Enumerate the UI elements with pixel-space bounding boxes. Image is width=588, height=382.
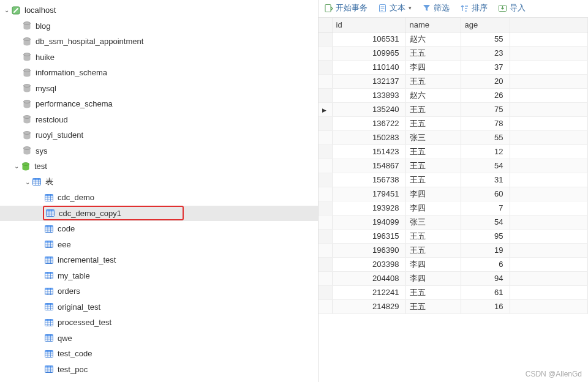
cell-name[interactable]: 王五 (405, 243, 461, 257)
tree-table[interactable]: cdc_demo_copy1 (0, 206, 318, 222)
table-row[interactable]: 106531 赵六 55 (318, 32, 588, 46)
table-row[interactable]: 196315 王五 95 (318, 229, 588, 243)
cell-name[interactable]: 王五 (405, 299, 461, 313)
cell-name[interactable]: 张三 (405, 215, 461, 229)
cell-id[interactable]: 150283 (332, 130, 405, 144)
cell-age[interactable]: 31 (461, 173, 510, 187)
table-row[interactable]: 132137 王五 20 (318, 74, 588, 88)
tree-database[interactable]: mysql (0, 81, 318, 97)
cell-id[interactable]: 179451 (332, 187, 405, 201)
cell-id[interactable]: 135240 (332, 102, 405, 116)
cell-name[interactable]: 王五 (405, 229, 461, 243)
cell-age[interactable]: 16 (461, 299, 510, 313)
cell-id[interactable]: 106531 (332, 32, 405, 46)
cell-age[interactable]: 37 (461, 60, 510, 74)
cell-id[interactable]: 196390 (332, 243, 405, 257)
table-row[interactable]: 136722 王五 78 (318, 116, 588, 130)
cell-id[interactable]: 133893 (332, 88, 405, 102)
tree-database[interactable]: restcloud (0, 112, 318, 128)
tree-table[interactable]: code (0, 221, 318, 237)
sort-button[interactable]: 排序 (459, 2, 488, 13)
cell-name[interactable]: 王五 (405, 285, 461, 299)
table-row[interactable]: 194099 张三 54 (318, 215, 588, 229)
cell-age[interactable]: 20 (461, 74, 510, 88)
table-row[interactable]: 110140 李四 37 (318, 60, 588, 74)
cell-name[interactable]: 赵六 (405, 32, 461, 46)
cell-id[interactable]: 151423 (332, 144, 405, 159)
tree-table[interactable]: my_table (0, 268, 318, 284)
cell-name[interactable]: 王五 (405, 74, 461, 88)
tree-database[interactable]: sys (0, 143, 318, 159)
tree-table[interactable]: test_poc (0, 362, 318, 378)
cell-id[interactable]: 132137 (332, 74, 405, 88)
tree-table[interactable]: qwe (0, 331, 318, 346)
cell-id[interactable]: 136722 (332, 116, 405, 130)
tree-table[interactable]: eee (0, 237, 318, 253)
tree-table[interactable]: original_test (0, 299, 318, 315)
filter-button[interactable]: 筛选 (421, 2, 450, 13)
import-button[interactable]: 导入 (497, 2, 526, 13)
cell-id[interactable]: 196315 (332, 229, 405, 243)
cell-age[interactable]: 94 (461, 271, 510, 285)
cell-id[interactable]: 156738 (332, 173, 405, 187)
cell-id[interactable]: 214829 (332, 299, 405, 313)
table-row[interactable]: 154867 王五 54 (318, 159, 588, 173)
tree-tables-node[interactable]: ⌄ 表 (0, 174, 318, 190)
cell-name[interactable]: 王五 (405, 102, 461, 116)
cell-id[interactable]: 212241 (332, 285, 405, 299)
column-header-id[interactable]: id (332, 18, 405, 32)
table-row[interactable]: 203398 李四 6 (318, 257, 588, 271)
cell-id[interactable]: 204408 (332, 271, 405, 285)
cell-name[interactable]: 李四 (405, 201, 461, 215)
text-view-button[interactable]: 文本 ▾ (377, 2, 412, 13)
tree-database-test[interactable]: ⌄ test (0, 159, 318, 174)
table-row[interactable]: 133893 赵六 26 (318, 88, 588, 102)
cell-id[interactable]: 203398 (332, 257, 405, 271)
tree-table[interactable]: processed_test (0, 315, 318, 331)
cell-age[interactable]: 54 (461, 215, 510, 229)
cell-age[interactable]: 61 (461, 285, 510, 299)
cell-age[interactable]: 75 (461, 102, 510, 116)
table-row[interactable]: 109965 王五 23 (318, 46, 588, 60)
cell-age[interactable]: 54 (461, 159, 510, 173)
tree-table[interactable]: orders (0, 283, 318, 299)
column-header-age[interactable]: age (461, 18, 510, 32)
table-row[interactable]: 214829 王五 16 (318, 299, 588, 313)
cell-id[interactable]: 109965 (332, 46, 405, 60)
cell-name[interactable]: 张三 (405, 130, 461, 144)
cell-name[interactable]: 王五 (405, 144, 461, 159)
cell-age[interactable]: 26 (461, 88, 510, 102)
cell-name[interactable]: 王五 (405, 46, 461, 60)
tree-table[interactable]: cdc_demo (0, 190, 318, 206)
cell-name[interactable]: 李四 (405, 60, 461, 74)
tree-database[interactable]: ruoyi_student (0, 127, 318, 143)
begin-transaction-button[interactable]: 开始事务 (323, 2, 368, 13)
table-row[interactable]: 179451 李四 60 (318, 187, 588, 201)
table-row[interactable]: 150283 张三 55 (318, 130, 588, 144)
tree-database[interactable]: blog (0, 18, 318, 34)
cell-name[interactable]: 王五 (405, 116, 461, 130)
cell-name[interactable]: 李四 (405, 187, 461, 201)
cell-name[interactable]: 王五 (405, 159, 461, 173)
table-row[interactable]: 135240 王五 75 (318, 102, 588, 116)
cell-age[interactable]: 23 (461, 46, 510, 60)
tree-database[interactable]: performance_schema (0, 96, 318, 112)
tree-table[interactable]: test_code (0, 346, 318, 362)
cell-id[interactable]: 193928 (332, 201, 405, 215)
table-row[interactable]: 151423 王五 12 (318, 144, 588, 159)
cell-name[interactable]: 李四 (405, 271, 461, 285)
table-row[interactable]: 212241 王五 61 (318, 285, 588, 299)
table-row[interactable]: 204408 李四 94 (318, 271, 588, 285)
chevron-down-icon[interactable]: ⌄ (2, 7, 11, 13)
cell-age[interactable]: 55 (461, 32, 510, 46)
cell-age[interactable]: 19 (461, 243, 510, 257)
cell-name[interactable]: 李四 (405, 257, 461, 271)
cell-id[interactable]: 110140 (332, 60, 405, 74)
table-row[interactable]: 156738 王五 31 (318, 173, 588, 187)
chevron-down-icon[interactable]: ⌄ (23, 179, 32, 185)
cell-age[interactable]: 12 (461, 144, 510, 159)
cell-age[interactable]: 6 (461, 257, 510, 271)
tree-table[interactable]: incremental_test (0, 252, 318, 268)
cell-age[interactable]: 55 (461, 130, 510, 144)
column-header-name[interactable]: name (405, 18, 461, 32)
